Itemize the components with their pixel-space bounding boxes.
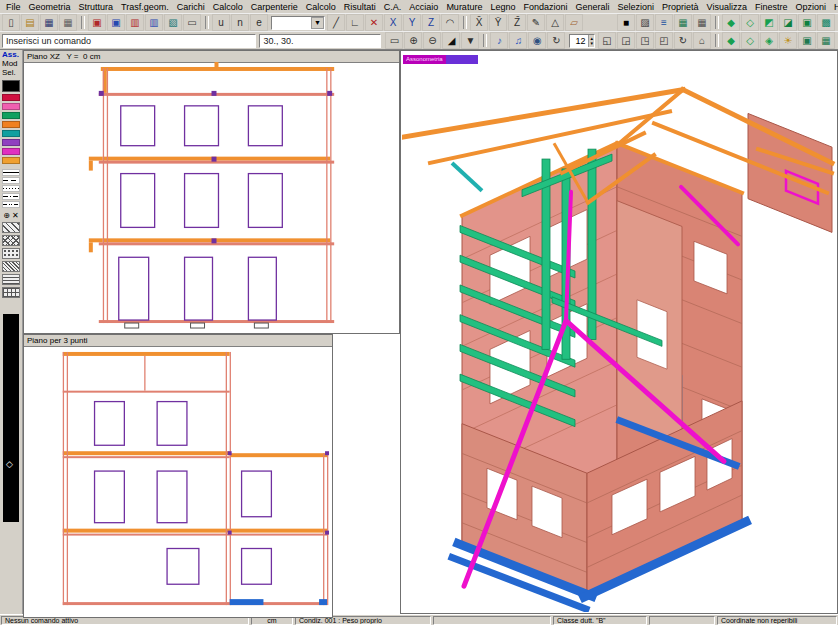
zoom-extents-icon[interactable]: ◢ [442,32,460,49]
zoom-out-icon[interactable]: ⊖ [423,32,441,49]
linestyle-dash[interactable] [2,177,20,184]
hatch-swatch-cross[interactable] [2,235,20,246]
open-folder-icon[interactable]: ▤ [21,14,39,31]
audio-note-icon[interactable]: ♪ [490,32,508,49]
draw-line-icon[interactable]: ╱ [327,14,345,31]
pencil-icon[interactable]: ✎ [527,14,545,31]
menu-item-carichi[interactable]: Carichi [173,2,209,12]
side-symbol-0[interactable]: ⊕ [3,211,10,220]
menu-item-legno[interactable]: Legno [486,2,519,12]
menu-item-selezioni[interactable]: Selezioni [613,2,658,12]
color-swatch-4[interactable] [2,130,20,137]
menu-item-geometria[interactable]: Geometria [25,2,75,12]
table-red-icon[interactable]: ▥ [126,14,144,31]
plan-3pt-drawing[interactable] [25,346,331,616]
view-list-arrow-icon[interactable]: ▼ [461,32,479,49]
solid-cube-icon[interactable]: ◆ [722,14,740,31]
style-e-button[interactable]: e [250,14,268,31]
linestyle-dashdotdot[interactable] [2,201,20,208]
menu-item-murature[interactable]: Murature [442,2,486,12]
scene-settings-icon[interactable]: ▦ [817,32,835,49]
view-top-icon[interactable]: ◱ [598,32,616,49]
linestyle-dot[interactable] [2,185,20,192]
render-cube-icon[interactable]: ▣ [798,14,816,31]
active-view-label[interactable]: Assonometria [403,55,478,64]
camera-icon[interactable]: ▣ [798,32,816,49]
menu-item-generali[interactable]: Generali [571,2,613,12]
menu-item-help[interactable]: Help [830,2,838,12]
half-cube-icon[interactable]: ◩ [760,14,778,31]
view-front-icon[interactable]: ◲ [617,32,635,49]
copy-format-red-icon[interactable]: ▣ [88,14,106,31]
wire-cube-icon[interactable]: ◇ [741,14,759,31]
shaded-cube-icon[interactable]: ◪ [779,14,797,31]
render-shaded-icon[interactable]: ◈ [760,32,778,49]
hatch-swatch-dots[interactable] [2,248,20,259]
lock-y-icon[interactable]: Ȳ [489,14,507,31]
hatch-swatch-horiz[interactable] [2,274,20,285]
eraser-icon[interactable]: ▱ [565,14,583,31]
current-color-swatch[interactable] [2,80,20,92]
axis-y-icon[interactable]: Y [403,14,421,31]
hatch-swatch-diag[interactable] [2,222,20,233]
table-blue-icon[interactable]: ▥ [145,14,163,31]
menu-item-opzioni[interactable]: Opzioni [791,2,830,12]
layers-icon[interactable]: ≡ [655,14,673,31]
speaker-icon[interactable]: ♫ [509,32,527,49]
menu-item-calcolo[interactable]: Calcolo [302,2,340,12]
spinner-down-icon[interactable]: ▾ [589,41,594,46]
menu-item-file[interactable]: File [2,2,25,12]
refresh-icon[interactable]: ↻ [547,32,565,49]
save-icon[interactable]: ▦ [40,14,58,31]
coordinate-display[interactable] [259,34,381,48]
draw-arc-icon[interactable]: ◠ [441,14,459,31]
menu-item-visualizza[interactable]: Visualizza [703,2,751,12]
menu-item-acciaio[interactable]: Acciaio [405,2,442,12]
color-swatch-2[interactable] [2,112,20,119]
color-swatch-6[interactable] [2,148,20,155]
printer-icon[interactable]: ▭ [183,14,201,31]
export-view-icon[interactable]: ▩ [817,14,835,31]
eye-icon[interactable]: ◉ [528,32,546,49]
database-icon[interactable]: ▧ [164,14,182,31]
delete-cross-icon[interactable]: ✕ [365,14,383,31]
color-swatch-3[interactable] [2,121,20,128]
save-all-icon[interactable]: ▦ [59,14,77,31]
grid-table-icon[interactable]: ▦ [674,14,692,31]
mode-button-mod[interactable]: Mod [0,59,24,68]
menu-item-carpenterie[interactable]: Carpenterie [247,2,302,12]
menu-item-fondazioni[interactable]: Fondazioni [519,2,571,12]
layer-strip[interactable]: ◇ [3,314,19,522]
menu-item-calcolo[interactable]: Calcolo [209,2,247,12]
view-side-icon[interactable]: ◳ [636,32,654,49]
mode-button-sel[interactable]: Sel. [0,68,24,77]
combo-dropdown-icon[interactable]: ▼ [311,17,324,29]
mode-button-ass[interactable]: Ass. [0,50,24,59]
text-size-spinner[interactable]: 12 ▴ ▾ [569,34,595,48]
lock-z-icon[interactable]: Z̄ [508,14,526,31]
view-axon-icon[interactable]: ◰ [655,32,673,49]
linestyle-dashdot[interactable] [2,193,20,200]
style-u-button[interactable]: u [212,14,230,31]
render-solid-icon[interactable]: ◆ [722,32,740,49]
menu-item-finestre[interactable]: Finestre [751,2,792,12]
font-combo[interactable]: ▼ [271,16,325,30]
menu-item-trasfgeom[interactable]: Trasf.geom. [117,2,173,12]
angle-icon[interactable]: △ [546,14,564,31]
style-n-button[interactable]: n [231,14,249,31]
menu-item-struttura[interactable]: Struttura [75,2,118,12]
hatch-swatch-grid[interactable] [2,287,20,298]
color-swatch-1[interactable] [2,103,20,110]
render-wire-icon[interactable]: ◇ [741,32,759,49]
perspective-icon[interactable]: ⌂ [693,32,711,49]
axonometric-drawing[interactable] [402,52,836,612]
color-swatch-5[interactable] [2,139,20,146]
color-swatch-7[interactable] [2,157,20,164]
menu-item-risultati[interactable]: Risultati [340,2,380,12]
menu-item-ca[interactable]: C.A. [380,2,406,12]
plan-xz-drawing[interactable] [25,62,398,332]
rotate-view-icon[interactable]: ↻ [674,32,692,49]
zoom-in-icon[interactable]: ⊕ [404,32,422,49]
copy-format-blue-icon[interactable]: ▣ [107,14,125,31]
axis-x-icon[interactable]: X [384,14,402,31]
